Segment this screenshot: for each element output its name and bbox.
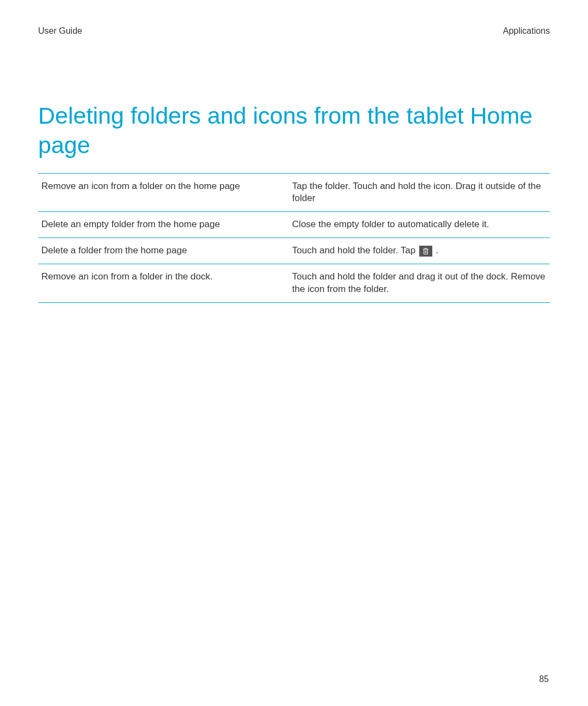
- page-number: 85: [539, 674, 549, 684]
- table-row: Delete an empty folder from the home pag…: [38, 212, 550, 238]
- instructions-table: Remove an icon from a folder on the home…: [38, 173, 550, 303]
- table-row: Remove an icon from a folder in the dock…: [38, 264, 550, 303]
- row-action: Remove an icon from a folder in the dock…: [38, 264, 289, 303]
- row-text-before: Touch and hold the folder. Tap: [292, 245, 418, 255]
- row-description: Tap the folder. Touch and hold the icon.…: [289, 173, 550, 212]
- page-header: User Guide Applications: [38, 26, 550, 36]
- table-row: Remove an icon from a folder on the home…: [38, 173, 550, 212]
- row-description: Touch and hold the folder and drag it ou…: [289, 264, 550, 303]
- header-right: Applications: [503, 26, 550, 36]
- row-text-after: .: [436, 245, 439, 255]
- row-action: Delete an empty folder from the home pag…: [38, 212, 289, 238]
- page-title: Deleting folders and icons from the tabl…: [38, 101, 550, 160]
- trash-icon: [419, 246, 432, 257]
- table-row: Delete a folder from the home page Touch…: [38, 238, 550, 264]
- row-description: Close the empty folder to automatically …: [289, 212, 550, 238]
- document-page: User Guide Applications Deleting folders…: [0, 0, 588, 706]
- header-left: User Guide: [38, 26, 82, 36]
- row-description: Touch and hold the folder. Tap .: [289, 238, 550, 264]
- row-action: Remove an icon from a folder on the home…: [38, 173, 289, 212]
- row-action: Delete a folder from the home page: [38, 238, 289, 264]
